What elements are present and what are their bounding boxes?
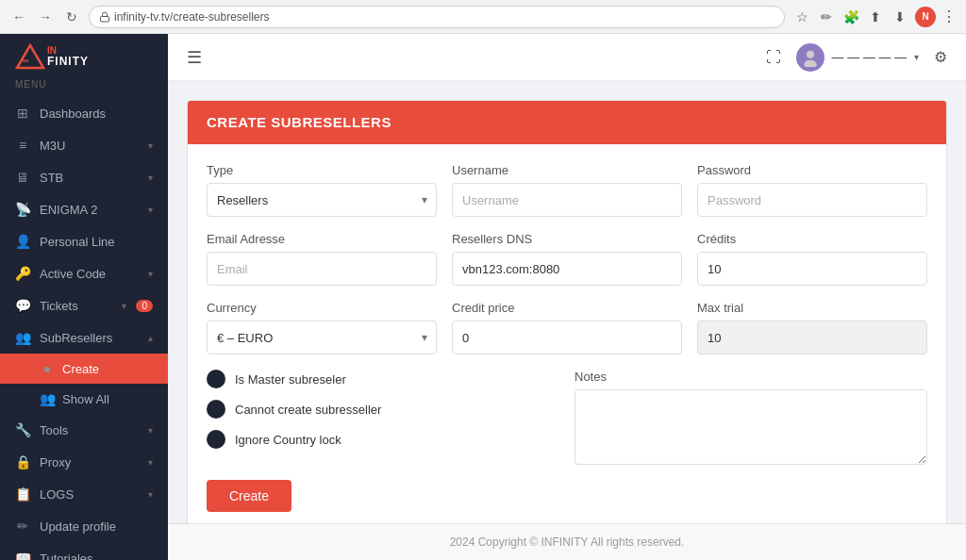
subresellers-icon: 👥	[15, 330, 30, 345]
svg-text:∞: ∞	[23, 56, 29, 65]
settings-button[interactable]: ⚙	[934, 48, 947, 66]
sidebar-item-active-code[interactable]: 🔑 Active Code ▾	[0, 257, 168, 289]
svg-point-3	[807, 50, 814, 58]
max-trial-label: Max trial	[697, 301, 927, 315]
svg-rect-0	[101, 16, 109, 22]
app: ∞ IN FINITY MENU ⊞ Dashboards ≡ M3U ▾ 🖥 …	[0, 34, 966, 560]
password-input[interactable]	[697, 183, 927, 217]
download-button[interactable]: ⬇	[891, 8, 909, 26]
back-button[interactable]: ←	[9, 8, 28, 26]
enigma2-chevron: ▾	[148, 205, 153, 215]
password-group: Password	[697, 163, 927, 217]
stb-chevron: ▾	[148, 173, 153, 183]
card-body: Type Resellers Trial IPTV Username	[188, 144, 946, 523]
active-code-icon: 🔑	[15, 266, 30, 281]
sidebar-item-update-profile[interactable]: ✏ Update profile	[0, 510, 168, 542]
sidebar-label-tutoriales: Tutoriales	[40, 552, 153, 561]
create-subresellers-card: CREATE SUBRESELLERS Type Resellers Trial…	[187, 100, 947, 523]
page-title: CREATE SUBRESELLERS	[207, 114, 391, 130]
show-all-icon: 👥	[40, 391, 55, 406]
svg-point-4	[804, 59, 816, 66]
credit-price-input[interactable]	[452, 321, 682, 354]
create-button[interactable]: Create	[207, 480, 291, 512]
topbar: ☰ ⛶ — — — — — ▾ ⚙	[168, 34, 966, 81]
password-label: Password	[697, 163, 927, 177]
sidebar-sub-label-show-all: Show All	[62, 392, 109, 406]
tools-icon: 🔧	[15, 422, 30, 437]
sidebar-label-active-code: Active Code	[40, 267, 139, 281]
is-master-circle	[207, 370, 225, 388]
notes-group: Notes	[575, 370, 927, 465]
browser-bar: ← → ↻ infinity-tv.tv/create-subresellers…	[0, 0, 966, 34]
resellers-dns-group: Resellers DNS	[452, 232, 682, 286]
form-row-1: Type Resellers Trial IPTV Username	[207, 163, 927, 217]
logo-finity: FINITY	[47, 56, 89, 67]
sidebar-label-enigma2: ENIGMA 2	[40, 203, 139, 217]
resellers-dns-label: Resellers DNS	[452, 232, 682, 246]
bookmark-button[interactable]: ☆	[792, 8, 811, 26]
tickets-badge: 0	[136, 300, 153, 312]
type-select[interactable]: Resellers Trial IPTV	[207, 183, 437, 217]
notes-label: Notes	[575, 370, 927, 384]
personal-line-icon: 👤	[15, 234, 30, 249]
cannot-create-label: Cannot create subresseller	[235, 403, 381, 417]
update-profile-icon: ✏	[15, 519, 30, 534]
expand-button[interactable]: ⛶	[766, 49, 781, 66]
max-trial-group: Max trial	[697, 301, 927, 354]
sidebar-item-m3u[interactable]: ≡ M3U ▾	[0, 129, 168, 161]
sidebar-label-tickets: Tickets	[40, 299, 112, 313]
m3u-chevron: ▾	[148, 140, 153, 151]
resellers-dns-input[interactable]	[452, 252, 682, 286]
type-group: Type Resellers Trial IPTV	[207, 163, 437, 217]
reload-button[interactable]: ↻	[62, 8, 81, 26]
credits-group: Crédits	[697, 232, 927, 286]
pen-button[interactable]: ✏	[817, 8, 836, 26]
sidebar-item-dashboards[interactable]: ⊞ Dashboards	[0, 97, 168, 129]
topbar-username: — — — — —	[832, 50, 907, 64]
stb-icon: 🖥	[15, 170, 30, 185]
sidebar-item-subresellers[interactable]: 👥 SubResellers ▴	[0, 321, 168, 354]
sidebar-item-proxy[interactable]: 🔒 Proxy ▾	[0, 446, 168, 478]
max-trial-input[interactable]	[697, 321, 927, 354]
sidebar-item-tutoriales[interactable]: 📖 Tutoriales	[0, 542, 168, 560]
m3u-icon: ≡	[15, 138, 30, 153]
cannot-create-checkbox[interactable]: Cannot create subresseller	[207, 400, 559, 419]
url-bar[interactable]: infinity-tv.tv/create-subresellers	[89, 6, 785, 28]
topbar-right: ⛶ — — — — — ▾ ⚙	[766, 43, 947, 72]
sidebar-sub-item-create[interactable]: ● Create	[0, 354, 168, 384]
sidebar-item-personal-line[interactable]: 👤 Personal Line	[0, 225, 168, 257]
currency-select[interactable]: € – EURO $ – USD £ – GBP	[207, 321, 437, 354]
is-master-checkbox[interactable]: Is Master subreseler	[207, 370, 559, 388]
profile-button[interactable]: N	[915, 7, 936, 27]
email-input[interactable]	[207, 252, 437, 286]
browser-menu-button[interactable]: ⋮	[941, 8, 957, 25]
type-select-wrapper: Resellers Trial IPTV	[207, 183, 437, 217]
expand-icon: ⛶	[766, 49, 781, 65]
create-icon: ●	[40, 361, 55, 376]
card-header: CREATE SUBRESELLERS	[188, 101, 946, 144]
share-button[interactable]: ⬆	[866, 8, 885, 26]
ignore-country-checkbox[interactable]: Ignore Country lock	[207, 430, 559, 449]
hamburger-button[interactable]: ☰	[187, 47, 202, 68]
sidebar: ∞ IN FINITY MENU ⊞ Dashboards ≡ M3U ▾ 🖥 …	[0, 34, 168, 560]
sidebar-item-enigma2[interactable]: 📡 ENIGMA 2 ▾	[0, 193, 168, 225]
sidebar-item-tickets[interactable]: 💬 Tickets ▾ 0	[0, 289, 168, 321]
topbar-user[interactable]: — — — — — ▾	[796, 43, 919, 72]
sidebar-item-logs[interactable]: 📋 LOGS ▾	[0, 478, 168, 510]
proxy-chevron: ▾	[148, 457, 153, 468]
sidebar-item-tools[interactable]: 🔧 Tools ▾	[0, 414, 168, 446]
username-input[interactable]	[452, 183, 682, 217]
extension-button[interactable]: 🧩	[841, 8, 860, 26]
sidebar-label-logs: LOGS	[40, 487, 139, 502]
notes-textarea[interactable]	[575, 389, 927, 465]
page-content: CREATE SUBRESELLERS Type Resellers Trial…	[168, 81, 966, 523]
footer-text: 2024 Copyright © INFINITY All rights res…	[450, 535, 685, 549]
cannot-create-circle	[207, 400, 225, 419]
sidebar-sub-item-show-all[interactable]: 👥 Show All	[0, 384, 168, 414]
sidebar-item-stb[interactable]: 🖥 STB ▾	[0, 161, 168, 193]
sidebar-menu-label: MENU	[0, 75, 168, 97]
credits-input[interactable]	[697, 252, 927, 286]
is-master-label: Is Master subreseler	[235, 372, 346, 387]
subresellers-chevron: ▴	[148, 333, 153, 343]
forward-button[interactable]: →	[36, 8, 55, 26]
